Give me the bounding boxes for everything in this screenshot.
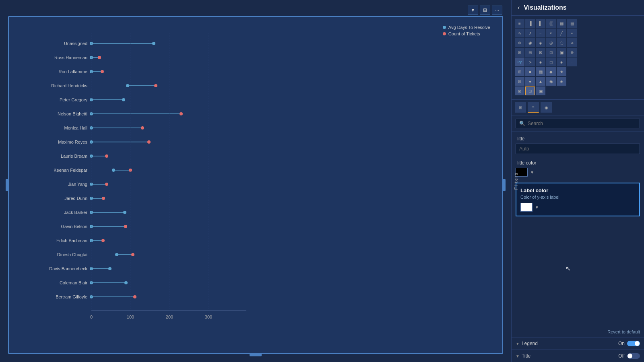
filter-button[interactable]: ▼ (468, 6, 478, 14)
title-chevron-icon[interactable]: ▼ (516, 354, 520, 358)
legend-toggle-switch[interactable] (627, 341, 640, 346)
label-color-panel: Label color Color of y-axis label ▼ (516, 183, 640, 216)
title-off-label: Off (618, 353, 625, 359)
title-color-section: Title color ▼ (516, 160, 640, 177)
viz-icon-custom3[interactable]: ◈ (557, 58, 566, 66)
y-label-5: Nelson Bighetti (58, 111, 87, 116)
viz-icon-gauge[interactable]: ⊕ (567, 48, 577, 57)
y-label-14: Erlich Bachman (56, 238, 87, 243)
viz-icon-donut[interactable]: ◉ (525, 38, 535, 47)
viz-icon-custom2[interactable]: ◻ (546, 58, 556, 66)
x-label-0: 0 (90, 315, 93, 319)
viz-icon-more[interactable]: ··· (567, 58, 577, 66)
y-label-0: Unassigned (64, 41, 87, 46)
viz-icon-custom1[interactable]: ◈ (536, 58, 545, 66)
viz-icon-matrix[interactable]: ⊟ (525, 48, 535, 57)
viz-icon-card[interactable]: ⊠ (536, 48, 545, 57)
viz-icon-bar-100[interactable]: ▒ (546, 19, 556, 28)
viz-icon-column[interactable]: ▦ (557, 19, 566, 28)
resize-right[interactable] (502, 179, 506, 191)
chart-toolbar: ▼ ⊞ ··· (468, 6, 502, 14)
viz-icon-sp2[interactable]: ■ (525, 67, 535, 76)
revert-link-area: Revert to default (512, 326, 644, 337)
viz-icon-combo[interactable]: ≈ (546, 29, 556, 37)
label-color-swatch[interactable] (520, 203, 533, 212)
viz-icon-bar-horizontal[interactable]: ≡ (515, 19, 524, 28)
label-color-dropdown[interactable]: ▼ (535, 205, 539, 210)
viz-icon-area[interactable]: ∧ (525, 29, 535, 37)
viz-icon-kpi[interactable]: ▣ (557, 48, 566, 57)
viz-icon-sp12[interactable]: ⊡ (525, 86, 535, 95)
legend-toggle-row: ▼ Legend On (512, 337, 644, 350)
x-label-200: 200 (166, 315, 173, 319)
more-button[interactable]: ··· (492, 6, 502, 14)
viz-icon-filled-map[interactable]: ◌ (557, 38, 566, 47)
viz-icon-bar-stacked[interactable]: ▐ (525, 19, 535, 28)
dot2-10 (105, 183, 108, 186)
dot2-12 (123, 211, 126, 214)
legend-chevron-icon[interactable]: ▼ (516, 341, 520, 346)
viz-icon-sp6[interactable]: ⊟ (515, 77, 524, 86)
title-input[interactable] (516, 144, 640, 154)
viz-icon-sp5[interactable]: ★ (557, 67, 566, 76)
viz-icon-sp1[interactable]: ⊞ (515, 67, 524, 76)
viz-icon-funnel[interactable]: ▪ (567, 29, 577, 37)
viz-icon-shape-map[interactable]: ≋ (567, 38, 577, 47)
y-label-15: Dinesh Chugtai (57, 252, 87, 257)
dot2-14 (101, 239, 105, 242)
viz-icon-scatter[interactable]: ⋯ (536, 29, 545, 37)
panel-header: ‹ Visualizations (512, 0, 644, 16)
viz-icon-sp9[interactable]: ◉ (546, 77, 556, 86)
viz-icon-waterfall[interactable]: ╱ (557, 29, 566, 37)
viz-icon-analytics[interactable]: ◉ (541, 102, 552, 113)
viz-icon-sp3[interactable]: ▦ (536, 67, 545, 76)
viz-icon-grid: ≡ ▐ ▌ ▒ ▦ ▤ ∿ ∧ ⋯ ≈ ╱ ▪ ⊕ ◉ ◈ ◎ ◌ ≋ ⊞ ⊟ (512, 16, 644, 100)
dot1-9 (112, 169, 115, 172)
viz-icon-column-stacked[interactable]: ▤ (567, 19, 577, 28)
main-area: ▼ ⊞ ··· Avg Days To Resolve Count of Tic… (0, 0, 511, 362)
viz-icon-sp8[interactable]: ▲ (536, 77, 545, 86)
viz-icon-sp4[interactable]: ◆ (546, 67, 556, 76)
legend-dot-count (443, 32, 446, 35)
title-toggle-switch[interactable] (627, 353, 640, 359)
title-color-swatch[interactable] (516, 168, 528, 177)
resize-bottom[interactable] (250, 353, 262, 356)
title-color-dropdown[interactable]: ▼ (530, 170, 534, 175)
y-label-2: Ron Laflamme (58, 69, 87, 74)
viz-row-special: ⊞ ■ ▦ ◆ ★ (515, 67, 641, 76)
search-input[interactable] (528, 121, 636, 126)
viz-icon-sp13[interactable]: ▣ (536, 86, 545, 95)
viz-icon-treemap[interactable]: ◈ (536, 38, 545, 47)
viz-icon-pie[interactable]: ⊕ (515, 38, 524, 47)
viz-icon-table[interactable]: ⊞ (515, 48, 524, 57)
viz-icon-sp11[interactable]: ⊠ (515, 86, 524, 95)
right-panel: ‹ Visualizations ≡ ▐ ▌ ▒ ▦ ▤ ∿ ∧ ⋯ ≈ ╱ ▪… (511, 0, 644, 362)
title-toggle-row: ▼ Title Off (512, 350, 644, 362)
viz-icon-r[interactable]: ⊳ (525, 58, 535, 66)
viz-icon-bar-clustered[interactable]: ▌ (536, 19, 545, 28)
dot2-1 (98, 56, 101, 59)
y-label-16: Davis Bannercheck (49, 266, 87, 271)
search-box[interactable]: 🔍 (516, 119, 640, 128)
grid-button[interactable]: ⊞ (480, 6, 490, 14)
dot2-4 (122, 98, 125, 101)
viz-row-2: ∿ ∧ ⋯ ≈ ╱ ▪ (515, 29, 641, 37)
viz-icon-map[interactable]: ◎ (546, 38, 556, 47)
dot2-13 (124, 225, 127, 228)
viz-icon-sp10[interactable]: ◈ (557, 77, 566, 86)
viz-icon-python[interactable]: Py (515, 58, 524, 66)
viz-icon-format[interactable]: ≡ (528, 102, 539, 113)
viz-icon-line[interactable]: ∿ (515, 29, 524, 37)
revert-link[interactable]: Revert to default (607, 329, 640, 334)
back-button[interactable]: ‹ (518, 4, 520, 11)
x-label-100: 100 (127, 315, 134, 319)
y-label-11: Jared Dunn (64, 196, 87, 201)
resize-left[interactable] (6, 179, 9, 191)
viz-icon-multirow-card[interactable]: ⊡ (546, 48, 556, 57)
viz-icon-table2[interactable]: ⊞ (515, 102, 526, 113)
label-color-title: Label color (520, 187, 635, 193)
legend-on-label: On (618, 341, 625, 346)
dot2-2 (101, 70, 104, 73)
viz-icon-sp7[interactable]: ● (525, 77, 535, 86)
additional-icons-row: ⊞ ≡ ◉ (512, 100, 644, 115)
